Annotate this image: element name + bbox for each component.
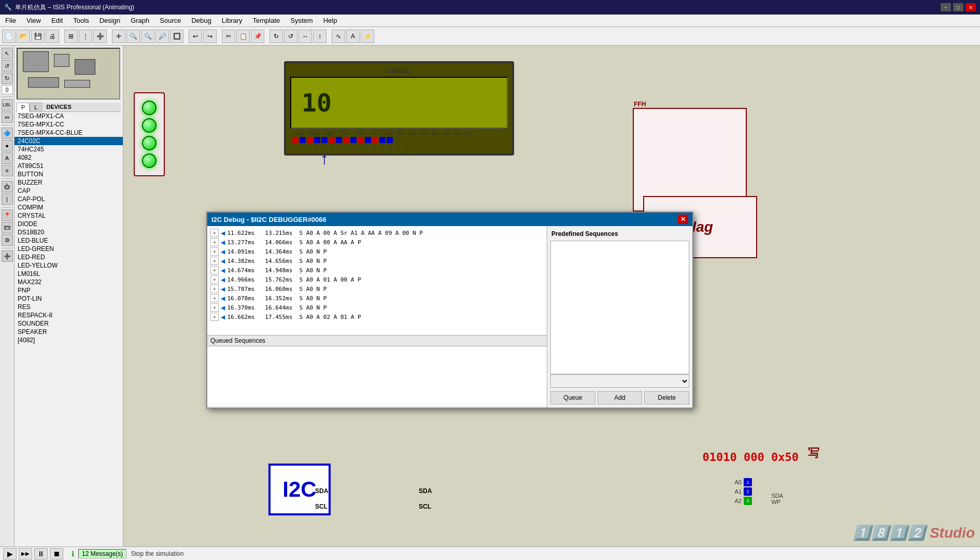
device-item[interactable]: LED-BLUE [15,236,123,245]
menu-design[interactable]: Design [94,15,125,26]
log-row[interactable]: + ◀ 14.091ms 14.364ms S A0 N P [209,247,545,256]
toolbar-label[interactable]: A [346,30,360,43]
tool-probe[interactable]: 📍 [2,209,13,221]
canvas-area[interactable]: LM016L 10 VSS VDD VEE RS RW E D0 D1 D2 D… [123,46,980,547]
menu-library[interactable]: Library [217,15,248,26]
zoom-input[interactable] [2,85,13,94]
maximize-button[interactable]: □ [953,3,963,11]
toolbar-add[interactable]: ➕ [93,30,107,43]
predefined-list[interactable] [550,241,689,374]
device-item[interactable]: CRYSTAL [15,212,123,220]
device-item[interactable]: LED-RED [15,253,123,261]
log-row[interactable]: + ◀ 14.966ms 15.762ms S A0 A 01 A 00 A P [209,275,545,284]
tool-gen[interactable]: ⚙ [2,234,13,246]
log-row[interactable]: + ◀ 16.370ms 16.644ms S A0 N P [209,303,545,312]
tool-plus[interactable]: ➕ [2,250,13,262]
device-item[interactable]: CAP [15,187,123,195]
log-row[interactable]: + ◀ 16.078ms 16.352ms S A0 N P [209,293,545,303]
device-item[interactable]: 4082 [15,153,123,162]
log-row[interactable]: + ◀ 15.787ms 16.060ms S A0 N P [209,284,545,293]
toolbar-power[interactable]: ⚡ [361,30,374,43]
tool-wire-label[interactable]: A [2,152,13,164]
close-button[interactable]: ✕ [965,3,976,11]
expand-btn[interactable]: + [210,257,219,265]
expand-btn[interactable]: + [210,294,219,302]
expand-btn[interactable]: + [210,238,219,246]
tool-component[interactable]: 🔷 [2,128,13,139]
toolbar-rotate-ccw[interactable]: ↺ [284,30,297,43]
menu-view[interactable]: View [21,15,46,26]
device-item[interactable]: POT-LIN [15,295,123,303]
menu-file[interactable]: File [0,15,21,26]
device-item[interactable]: PNP [15,286,123,295]
menu-template[interactable]: Template [248,15,286,26]
log-row[interactable]: + ◀ 13.277ms 14.066ms S A0 A 00 A AA A P [209,237,545,247]
device-item[interactable]: 74HC245 [15,145,123,153]
device-item[interactable]: 7SEG-MPX1-CA [15,112,123,120]
sim-pause-button[interactable]: ⏸ [34,548,48,559]
device-item[interactable]: RESPACK-8 [15,311,123,319]
device-item[interactable]: SPEAKER [15,328,123,336]
device-item[interactable]: COMPIM [15,203,123,212]
expand-btn[interactable]: + [210,313,219,321]
sim-step-button[interactable]: ▶▶ [19,548,32,559]
menu-edit[interactable]: Edit [46,15,68,26]
add-button[interactable]: Add [598,391,643,404]
device-item[interactable]: AT89C51 [15,162,123,170]
expand-btn[interactable]: + [210,303,219,312]
device-item-selected[interactable]: 24C02C [15,137,123,145]
tool-pin[interactable]: | [2,193,13,205]
device-item[interactable]: LED-YELLOW [15,261,123,270]
menu-source[interactable]: Source [154,15,186,26]
tool-junction[interactable]: ● [2,140,13,151]
log-row[interactable]: + ◀ 14.382ms 14.656ms S A0 N P [209,256,545,265]
minimap[interactable] [17,48,120,100]
device-item[interactable]: SOUNDER [15,319,123,328]
device-item[interactable]: DS18B20 [15,228,123,236]
sim-play-button[interactable]: ▶ [3,548,17,559]
device-item[interactable]: LM016L [15,270,123,278]
menu-help[interactable]: Help [318,15,343,26]
tool-power[interactable]: ⏻ [2,181,13,192]
toolbar-copy[interactable]: 📋 [236,30,250,43]
toolbar-save[interactable]: 💾 [31,30,45,43]
toolbar-cut[interactable]: ✂ [222,30,235,43]
device-item[interactable]: 7SEG-MPX4-CC-BLUE [15,129,123,137]
minimize-button[interactable]: − [941,3,951,11]
toolbar-zoom-area[interactable]: 🔲 [170,30,183,43]
tool-refresh2[interactable]: ↻ [2,73,13,84]
log-row[interactable]: + ◀ 16.662ms 17.455ms S A0 A 02 A 01 A P [209,312,545,321]
device-item[interactable]: BUTTON [15,170,123,178]
log-row[interactable]: + ◀ 14.674ms 14.948ms S A0 N P [209,265,545,275]
toolbar-zoom-in[interactable]: 🔍 [126,30,140,43]
tool-tape[interactable]: 📼 [2,222,13,233]
device-item[interactable]: CAP-POL [15,195,123,203]
device-item[interactable]: [4082] [15,336,123,344]
toolbar-new[interactable]: 📄 [2,30,16,43]
toolbar-undo[interactable]: ↩ [189,30,202,43]
tab-p[interactable]: P [17,103,30,112]
toolbar-grid[interactable]: ⊞ [64,30,78,43]
debug-close-button[interactable]: ✕ [678,215,688,224]
menu-graph[interactable]: Graph [125,15,154,26]
tab-l[interactable]: L [30,103,42,112]
menu-system[interactable]: System [285,15,318,26]
device-item[interactable]: DIODE [15,220,123,228]
log-row[interactable]: + ◀ 11.622ms 13.215ms S A0 A 00 A Sr A1 … [209,228,545,237]
device-item[interactable]: BUZZER [15,178,123,187]
toolbar-zoom-out[interactable]: 🔍 [141,30,154,43]
menu-tools[interactable]: Tools [68,15,94,26]
tool-select[interactable]: ↖ [2,48,13,59]
tool-bus[interactable]: ≡ [2,165,13,176]
expand-btn[interactable]: + [210,229,219,237]
toolbar-mirror-h[interactable]: ↔ [299,30,312,43]
sim-stop-button[interactable]: ⏹ [50,548,63,559]
toolbar-mirror-v[interactable]: ↕ [313,30,326,43]
toolbar-paste[interactable]: 📌 [251,30,264,43]
device-item[interactable]: LED-GREEN [15,245,123,253]
toolbar-rotate-cw[interactable]: ↻ [269,30,283,43]
debug-log[interactable]: + ◀ 11.622ms 13.215ms S A0 A 00 A Sr A1 … [207,226,547,335]
toolbar-wire[interactable]: ∿ [332,30,345,43]
expand-btn[interactable]: + [210,247,219,256]
device-item[interactable]: RES [15,303,123,311]
